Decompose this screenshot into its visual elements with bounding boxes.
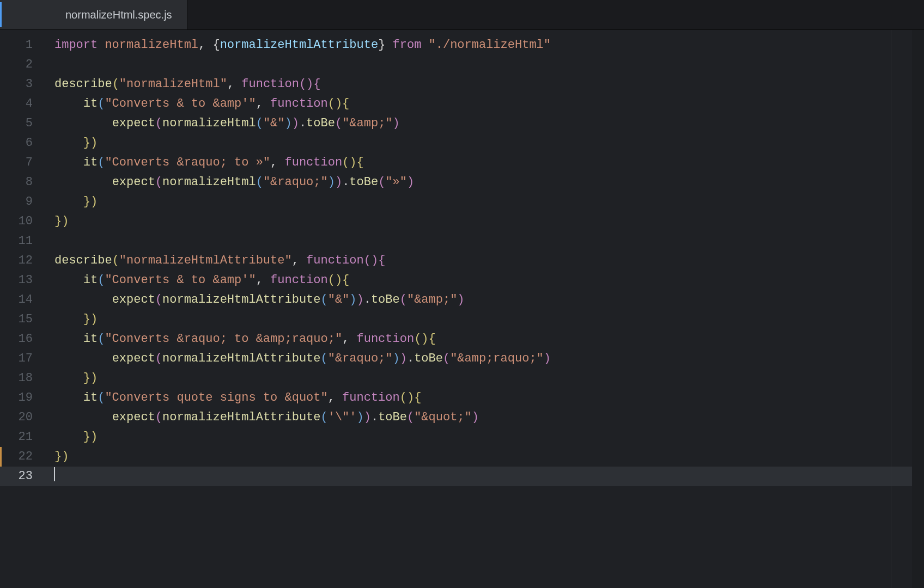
code-content[interactable]: })	[44, 427, 924, 447]
token-brace: })	[83, 136, 98, 150]
editor-lines[interactable]: 1 import normalizeHtml, {normalizeHtmlAt…	[0, 30, 924, 486]
token-paren: )	[328, 175, 335, 189]
code-content[interactable]: })	[44, 369, 924, 388]
code-content[interactable]: expect(normalizeHtmlAttribute("&")).toBe…	[44, 290, 924, 310]
code-line[interactable]: 9 })	[0, 192, 924, 212]
token-brace: })	[54, 215, 69, 228]
code-content[interactable]: expect(normalizeHtmlAttribute("&raquo;")…	[44, 349, 924, 369]
code-content[interactable]: })	[44, 447, 924, 467]
code-content[interactable]: expect(normalizeHtml("&raquo;")).toBe("»…	[44, 173, 924, 192]
token-func: it	[83, 156, 98, 169]
code-content[interactable]	[44, 55, 924, 75]
tab-active[interactable]: normalizeHtml.spec.js	[0, 0, 188, 29]
code-content[interactable]	[44, 467, 924, 486]
code-content[interactable]: it("Converts & to &amp'", function(){	[44, 271, 924, 290]
editor-scroll-area[interactable]: 1 import normalizeHtml, {normalizeHtmlAt…	[0, 30, 924, 588]
code-content[interactable]: expect(normalizeHtmlAttribute('\"')).toB…	[44, 408, 924, 427]
token-paren: )	[364, 411, 371, 424]
code-content[interactable]: it("Converts &raquo; to &amp;raquo;", fu…	[44, 329, 924, 349]
line-number: 9	[0, 192, 44, 212]
line-number: 10	[0, 212, 44, 231]
code-content[interactable]: })	[44, 310, 924, 329]
text-cursor	[54, 467, 55, 481]
code-line[interactable]: 18 })	[0, 369, 924, 388]
token-func: toBe	[349, 175, 378, 189]
code-content[interactable]: it("Converts & to &amp'", function(){	[44, 94, 924, 114]
code-line[interactable]: 16 it("Converts &raquo; to &amp;raquo;",…	[0, 329, 924, 349]
code-content[interactable]: import normalizeHtml, {normalizeHtmlAttr…	[44, 35, 924, 55]
code-line[interactable]: 12 describe("normalizeHtmlAttribute", fu…	[0, 251, 924, 271]
token-string: "./normalizeHtml"	[429, 38, 551, 52]
token-paren: )	[457, 293, 464, 307]
token-keyword: function	[306, 254, 364, 267]
code-content[interactable]: it("Converts &raquo; to »", function(){	[44, 153, 924, 173]
token-plain: ,	[227, 77, 241, 91]
token-brace: })	[83, 430, 98, 444]
code-line[interactable]: 13 it("Converts & to &amp'", function(){	[0, 271, 924, 290]
code-line[interactable]: 11	[0, 231, 924, 251]
line-number: 15	[0, 310, 44, 329]
token-paren: )	[357, 411, 364, 424]
code-line[interactable]: 21 })	[0, 427, 924, 447]
token-keyword: from	[393, 38, 429, 52]
code-line[interactable]: 7 it("Converts &raquo; to »", function()…	[0, 153, 924, 173]
token-paren: (	[321, 411, 328, 424]
token-func: normalizeHtmlAttribute	[162, 411, 320, 424]
token-paren: (	[378, 175, 385, 189]
code-line[interactable]: 17 expect(normalizeHtmlAttribute("&raquo…	[0, 349, 924, 369]
code-line[interactable]: 8 expect(normalizeHtml("&raquo;")).toBe(…	[0, 173, 924, 192]
tab-filename: normalizeHtml.spec.js	[65, 9, 172, 21]
token-paren: ()	[328, 97, 342, 111]
code-content[interactable]: describe("normalizeHtmlAttribute", funct…	[44, 251, 924, 271]
code-content[interactable]: })	[44, 133, 924, 153]
code-line[interactable]: 14 expect(normalizeHtmlAttribute("&")).t…	[0, 290, 924, 310]
token-string: '\"'	[328, 411, 357, 424]
token-keyword: function	[342, 391, 400, 405]
code-line-active[interactable]: 23	[0, 467, 924, 486]
line-number: 14	[0, 290, 44, 310]
token-string: "&raquo;"	[328, 352, 393, 365]
token-paren: (	[400, 293, 407, 307]
code-content[interactable]: })	[44, 212, 924, 231]
code-line[interactable]: 5 expect(normalizeHtml("&")).toBe("&amp;…	[0, 114, 924, 133]
token-plain: }	[378, 38, 392, 52]
token-brace: {	[342, 273, 349, 287]
token-paren: (	[155, 411, 162, 424]
code-content[interactable]: expect(normalizeHtml("&")).toBe("&amp;")	[44, 114, 924, 133]
code-content[interactable]: describe("normalizeHtml", function(){	[44, 75, 924, 94]
code-content[interactable]: })	[44, 192, 924, 212]
code-line[interactable]: 2	[0, 55, 924, 75]
line-number: 19	[0, 388, 44, 408]
editor-body: 1 import normalizeHtml, {normalizeHtmlAt…	[0, 30, 924, 588]
token-paren: )	[292, 117, 299, 130]
token-string: "Converts &raquo; to »"	[105, 156, 270, 169]
code-line[interactable]: 15 })	[0, 310, 924, 329]
code-line[interactable]: 3 describe("normalizeHtml", function(){	[0, 75, 924, 94]
code-content[interactable]	[44, 231, 924, 251]
token-string: "Converts & to &amp'"	[105, 273, 256, 287]
code-line[interactable]: 10 })	[0, 212, 924, 231]
token-func: normalizeHtml	[162, 117, 256, 130]
token-plain: ,	[270, 156, 284, 169]
code-line[interactable]: 6 })	[0, 133, 924, 153]
code-line[interactable]: 19 it("Converts quote signs to &quot", f…	[0, 388, 924, 408]
token-func: expect	[112, 411, 155, 424]
token-paren: (	[98, 156, 105, 169]
token-brace: {	[378, 254, 385, 267]
token-string: "&quot;"	[414, 411, 472, 424]
code-line[interactable]: 1 import normalizeHtml, {normalizeHtmlAt…	[0, 35, 924, 55]
code-line[interactable]: 22 })	[0, 447, 924, 467]
code-content[interactable]: it("Converts quote signs to &quot", func…	[44, 388, 924, 408]
token-string: "Converts quote signs to &quot"	[105, 391, 327, 405]
token-func: it	[83, 97, 98, 111]
vertical-scrollbar[interactable]	[912, 30, 924, 588]
code-line[interactable]: 20 expect(normalizeHtmlAttribute('\"')).…	[0, 408, 924, 427]
token-brace: {	[414, 391, 421, 405]
line-number: 20	[0, 408, 44, 427]
line-number: 7	[0, 153, 44, 173]
code-line[interactable]: 4 it("Converts & to &amp'", function(){	[0, 94, 924, 114]
token-paren: (	[256, 175, 263, 189]
token-paren: )	[544, 352, 551, 365]
token-identifier: normalizeHtml	[105, 38, 198, 52]
token-string: "&"	[263, 117, 285, 130]
